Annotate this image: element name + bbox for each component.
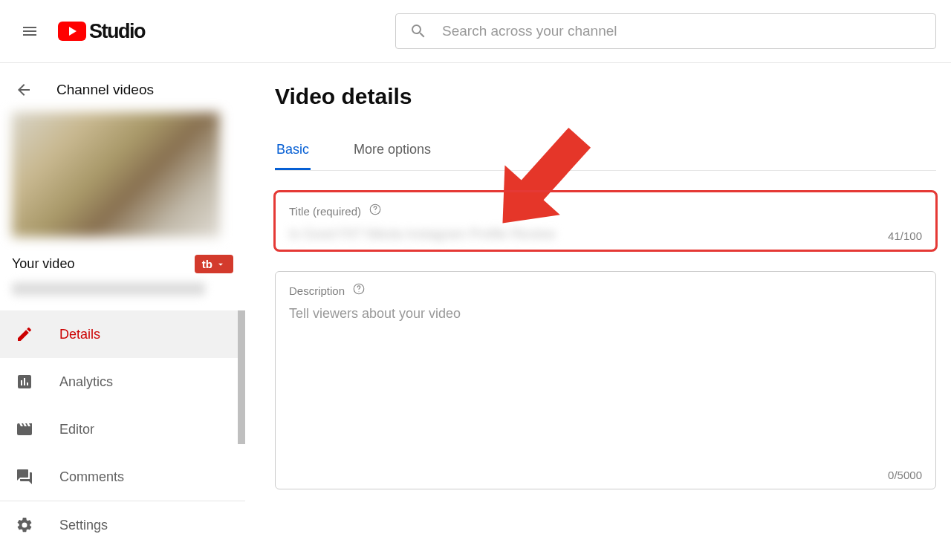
help-icon[interactable] — [369, 203, 382, 219]
tubebuddy-badge[interactable]: tb — [195, 255, 233, 273]
search-icon — [409, 22, 427, 40]
title-field[interactable]: Title (required) Is Good Fit? Nikola Ins… — [275, 192, 936, 250]
nav-label: Analytics — [59, 374, 113, 390]
nav-label: Details — [59, 327, 100, 342]
sidebar-item-comments[interactable]: Comments — [0, 453, 245, 501]
title-input[interactable]: Is Good Fit? Nikola Instagram Profile Re… — [289, 227, 922, 242]
back-arrow-icon[interactable] — [15, 81, 33, 99]
hamburger-icon — [21, 22, 39, 40]
tab-more-options[interactable]: More options — [352, 131, 432, 170]
description-label: Description — [289, 284, 345, 297]
gear-icon — [15, 515, 34, 535]
description-field[interactable]: Description Tell viewers about your vide… — [275, 271, 936, 489]
title-char-count: 41/100 — [888, 229, 922, 242]
sidebar-nav: Details Analytics Editor Comments Settin… — [0, 310, 245, 549]
studio-logo[interactable]: Studio — [58, 20, 145, 43]
your-video-row: Your video tb — [0, 246, 245, 278]
description-char-count: 0/5000 — [888, 469, 922, 481]
your-video-label: Your video — [12, 256, 74, 272]
analytics-icon — [15, 372, 34, 391]
page-title: Video details — [275, 84, 936, 109]
editor-icon — [15, 420, 34, 439]
nav-label: Settings — [59, 518, 108, 533]
search-box[interactable] — [395, 13, 936, 49]
youtube-play-icon — [58, 22, 86, 41]
menu-button[interactable] — [15, 16, 45, 46]
sidebar-item-details[interactable]: Details — [0, 310, 245, 358]
tabs: Basic More options — [275, 131, 936, 171]
description-input[interactable]: Tell viewers about your video — [289, 306, 922, 322]
sidebar-item-settings[interactable]: Settings — [0, 501, 245, 549]
search-input[interactable] — [442, 23, 922, 39]
logo-text: Studio — [89, 20, 145, 43]
video-title-preview — [12, 282, 205, 296]
help-icon[interactable] — [352, 282, 366, 299]
title-label: Title (required) — [289, 205, 361, 218]
pencil-icon — [15, 325, 34, 344]
sidebar: Channel videos Your video tb Details Ana… — [0, 63, 245, 560]
nav-label: Editor — [59, 422, 94, 437]
scrollbar[interactable] — [238, 310, 245, 444]
app-header: Studio — [0, 0, 951, 63]
comments-icon — [15, 467, 34, 486]
content-area: Video details Basic More options Title (… — [245, 63, 951, 560]
chevron-down-icon — [215, 259, 226, 270]
back-label: Channel videos — [56, 82, 154, 98]
video-thumbnail-area — [0, 112, 245, 246]
video-thumbnail[interactable] — [12, 112, 220, 237]
back-row[interactable]: Channel videos — [0, 63, 245, 112]
nav-label: Comments — [59, 469, 124, 485]
tab-basic[interactable]: Basic — [275, 131, 311, 170]
sidebar-item-editor[interactable]: Editor — [0, 406, 245, 453]
sidebar-item-analytics[interactable]: Analytics — [0, 358, 245, 406]
